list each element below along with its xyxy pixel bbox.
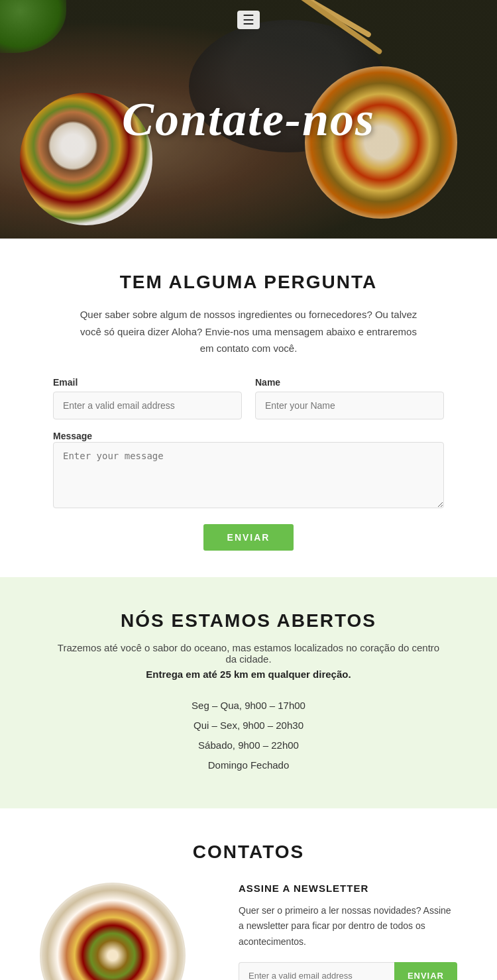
contatos-right: ASSINE A NEWSLETTER Quer ser o primeiro …	[239, 883, 457, 981]
email-input[interactable]	[53, 392, 242, 419]
hours-item-sat: Sábado, 9h00 – 22h00	[53, 735, 444, 755]
email-label: Email	[53, 377, 242, 388]
hours-item-thu-fri: Qui – Sex, 9h00 – 20h30	[53, 716, 444, 735]
newsletter-submit-button[interactable]: ENVIAR	[394, 962, 457, 980]
hours-delivery: Entrega em até 25 km em qualquer direção…	[53, 669, 444, 680]
form-row-email-name: Email Name	[53, 377, 444, 419]
contact-form: Email Name Message ENVIAR	[53, 377, 444, 551]
message-textarea[interactable]	[53, 442, 444, 508]
name-group: Name	[255, 377, 444, 419]
contact-form-section: TEM ALGUMA PERGUNTA Quer saber sobre alg…	[0, 239, 497, 577]
contact-section-desc: Quer saber sobre algum de nossos ingredi…	[76, 306, 421, 357]
name-label: Name	[255, 377, 444, 388]
hours-list: Seg – Qua, 9h00 – 17h00 Qui – Sex, 9h00 …	[53, 696, 444, 775]
hours-desc: Trazemos até você o sabor do oceano, mas…	[53, 642, 444, 665]
contatos-section-title: CONTATOS	[40, 842, 457, 863]
newsletter-title: ASSINE A NEWSLETTER	[239, 883, 457, 894]
newsletter-desc: Quer ser o primeiro a ler nossas novidad…	[239, 903, 457, 950]
contact-submit-button[interactable]: ENVIAR	[203, 524, 294, 551]
contact-section-title: TEM ALGUMA PERGUNTA	[53, 272, 444, 293]
hero-section: Contate-nos	[0, 0, 497, 239]
newsletter-email-input[interactable]	[239, 962, 394, 980]
hamburger-menu-button[interactable]: ☰	[237, 11, 260, 29]
food-bowl-image	[40, 883, 186, 981]
email-group: Email	[53, 377, 242, 419]
message-group: Message	[53, 430, 444, 511]
hours-item-mon-wed: Seg – Qua, 9h00 – 17h00	[53, 696, 444, 716]
message-label: Message	[53, 431, 92, 441]
hours-section: NÓS ESTAMOS ABERTOS Trazemos até você o …	[0, 577, 497, 808]
contatos-layout: Utilize o nosso formulário de contacto p…	[40, 883, 457, 981]
hours-section-title: NÓS ESTAMOS ABERTOS	[53, 610, 444, 631]
name-input[interactable]	[255, 392, 444, 419]
contatos-section: CONTATOS Utilize o nosso formulário de c…	[0, 808, 497, 981]
newsletter-form: ENVIAR	[239, 962, 457, 980]
contatos-left: Utilize o nosso formulário de contacto p…	[40, 883, 212, 981]
hours-item-sun: Domingo Fechado	[53, 755, 444, 775]
hero-title: Contate-nos	[122, 92, 375, 147]
